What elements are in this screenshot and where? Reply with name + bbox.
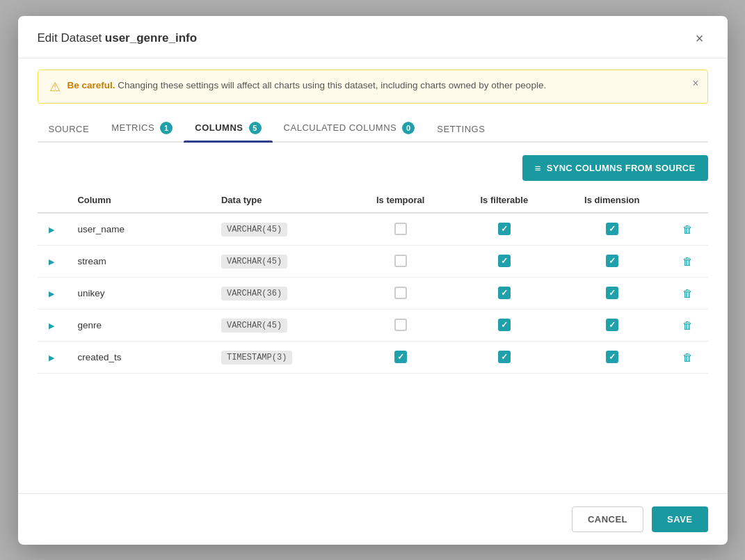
column-name-cell: genre (69, 309, 213, 341)
close-button[interactable]: × (691, 30, 708, 47)
column-name-cell: stream (69, 245, 213, 277)
delete-cell: 🗑 (668, 341, 707, 373)
expand-cell: ▶ (38, 213, 70, 246)
delete-cell: 🗑 (668, 277, 707, 309)
warning-icon: ⚠ (49, 79, 61, 95)
table-row: ▶ created_ts TIMESTAMP(3) (38, 341, 708, 373)
table-row: ▶ genre VARCHAR(45) (38, 309, 708, 341)
data-type-badge-user_name: VARCHAR(45) (221, 223, 287, 237)
warning-close-button[interactable]: × (692, 77, 698, 90)
filterable-checkbox-unikey[interactable] (498, 287, 511, 299)
expand-button-unikey[interactable]: ▶ (46, 289, 57, 298)
column-name-created_ts: created_ts (77, 352, 121, 362)
is-temporal-cell (349, 341, 452, 373)
col-header-expand (38, 189, 70, 213)
data-type-badge-genre: VARCHAR(45) (221, 319, 287, 333)
expand-button-stream[interactable]: ▶ (46, 257, 57, 266)
column-name-cell: user_name (69, 213, 213, 246)
sync-row: ≡ SYNC COLUMNS FROM SOURCE (38, 143, 708, 189)
delete-cell: 🗑 (668, 213, 707, 246)
tab-source[interactable]: SOURCE (38, 117, 101, 141)
delete-button-created_ts[interactable]: 🗑 (680, 350, 696, 365)
modal-footer: CANCEL SAVE (18, 493, 728, 545)
expand-cell: ▶ (38, 245, 70, 277)
delete-button-user_name[interactable]: 🗑 (680, 222, 696, 237)
is-dimension-cell (556, 213, 668, 246)
is-dimension-cell (556, 341, 668, 373)
col-header-column: Column (69, 189, 213, 213)
save-button[interactable]: SAVE (652, 506, 707, 532)
is-filterable-cell (452, 277, 556, 309)
dimension-checkbox-created_ts[interactable] (606, 351, 618, 363)
tab-calculated-columns[interactable]: CALCULATED COLUMNS 0 (273, 115, 426, 141)
delete-button-stream[interactable]: 🗑 (680, 254, 696, 269)
data-type-cell: VARCHAR(45) (213, 245, 349, 277)
tab-bar: SOURCE METRICS 1 COLUMNS 5 CALCULATED CO… (38, 115, 708, 143)
is-temporal-cell (349, 277, 452, 309)
column-name-user_name: user_name (77, 224, 125, 234)
expand-button-user_name[interactable]: ▶ (46, 225, 57, 234)
delete-button-unikey[interactable]: 🗑 (680, 286, 696, 301)
is-filterable-cell (452, 245, 556, 277)
is-filterable-cell (452, 341, 556, 373)
col-header-datatype: Data type (213, 189, 349, 213)
col-header-dimension: Is dimension (556, 189, 668, 213)
cancel-button[interactable]: CANCEL (572, 506, 643, 532)
temporal-checkbox-user_name[interactable] (394, 223, 407, 235)
column-name-cell: unikey (69, 277, 213, 309)
data-type-badge-created_ts: TIMESTAMP(3) (221, 351, 292, 365)
expand-cell: ▶ (38, 277, 70, 309)
data-type-badge-unikey: VARCHAR(36) (221, 287, 287, 301)
data-type-cell: TIMESTAMP(3) (213, 341, 349, 373)
col-header-filterable: Is filterable (452, 189, 556, 213)
table-section: ≡ SYNC COLUMNS FROM SOURCE Column Data t… (38, 143, 708, 493)
dimension-checkbox-genre[interactable] (606, 319, 618, 331)
warning-banner: ⚠ Be careful. Changing these settings wi… (38, 70, 708, 104)
is-temporal-cell (349, 309, 452, 341)
expand-cell: ▶ (38, 309, 70, 341)
column-name-cell: created_ts (69, 341, 213, 373)
temporal-checkbox-genre[interactable] (394, 319, 407, 331)
sync-icon: ≡ (535, 162, 541, 174)
data-type-badge-stream: VARCHAR(45) (221, 255, 287, 269)
column-name-stream: stream (77, 256, 106, 266)
modal-body: ⚠ Be careful. Changing these settings wi… (18, 58, 728, 493)
sync-columns-button[interactable]: ≡ SYNC COLUMNS FROM SOURCE (522, 155, 708, 181)
tab-settings[interactable]: SETTINGS (426, 117, 496, 141)
is-filterable-cell (452, 309, 556, 341)
filterable-checkbox-genre[interactable] (498, 319, 511, 331)
temporal-checkbox-stream[interactable] (394, 255, 407, 267)
table-row: ▶ unikey VARCHAR(36) (38, 277, 708, 309)
data-type-cell: VARCHAR(45) (213, 213, 349, 246)
columns-badge: 5 (249, 122, 262, 134)
is-temporal-cell (349, 213, 452, 246)
delete-cell: 🗑 (668, 245, 707, 277)
is-filterable-cell (452, 213, 556, 246)
dimension-checkbox-unikey[interactable] (606, 287, 618, 299)
calc-columns-badge: 0 (402, 122, 415, 134)
data-type-cell: VARCHAR(36) (213, 277, 349, 309)
tab-metrics[interactable]: METRICS 1 (100, 115, 184, 141)
table-row: ▶ user_name VARCHAR(45) (38, 213, 708, 246)
column-name-unikey: unikey (77, 288, 104, 298)
temporal-checkbox-created_ts[interactable] (394, 351, 407, 363)
filterable-checkbox-created_ts[interactable] (498, 351, 511, 363)
is-dimension-cell (556, 309, 668, 341)
columns-table: Column Data type Is temporal Is filterab… (38, 189, 708, 374)
delete-button-genre[interactable]: 🗑 (680, 318, 696, 333)
dimension-checkbox-stream[interactable] (606, 255, 618, 267)
expand-button-created_ts[interactable]: ▶ (46, 353, 57, 362)
filterable-checkbox-user_name[interactable] (498, 223, 511, 235)
expand-button-genre[interactable]: ▶ (46, 321, 57, 330)
table-row: ▶ stream VARCHAR(45) (38, 245, 708, 277)
tab-columns[interactable]: COLUMNS 5 (184, 115, 272, 141)
metrics-badge: 1 (160, 122, 173, 134)
delete-cell: 🗑 (668, 309, 707, 341)
warning-text: Be careful. Changing these settings will… (67, 79, 547, 93)
dimension-checkbox-user_name[interactable] (606, 223, 618, 235)
modal-header: Edit Dataset user_genre_info × (18, 16, 728, 58)
edit-dataset-modal: Edit Dataset user_genre_info × ⚠ Be care… (18, 16, 728, 545)
temporal-checkbox-unikey[interactable] (394, 287, 407, 299)
filterable-checkbox-stream[interactable] (498, 255, 511, 267)
col-header-temporal: Is temporal (349, 189, 452, 213)
